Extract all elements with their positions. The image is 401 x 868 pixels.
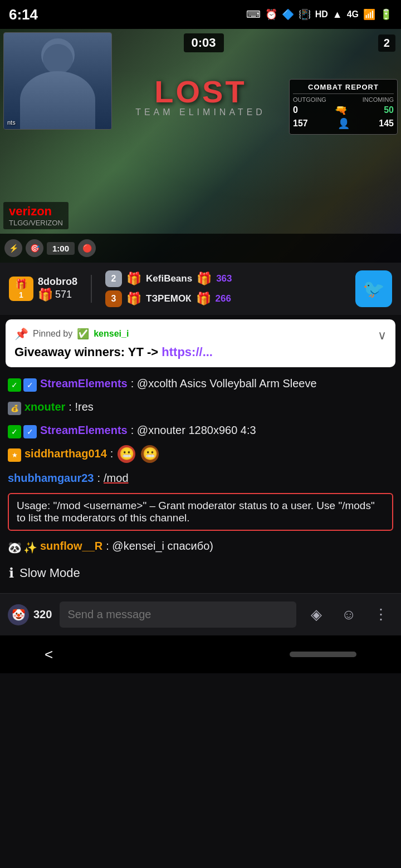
combat-row-2: 157 👤 145 bbox=[293, 117, 394, 130]
game-timer: 0:03 bbox=[184, 33, 224, 52]
diamond-button[interactable]: ◈ bbox=[304, 603, 329, 627]
emoji-icon: ☺ bbox=[341, 606, 356, 623]
hud-bottom-bar: ⚡ 🎯 1:00 🔴 bbox=[0, 234, 401, 263]
leaderboard: 🎁 1 8dobro8 🎁 571 2 🎁 KefiBeans 🎁 363 bbox=[0, 263, 401, 315]
message-input[interactable] bbox=[60, 601, 296, 628]
usage-text: Usage: "/mod <username>" – Grant moderat… bbox=[17, 500, 375, 524]
chevron-down-icon[interactable]: ∨ bbox=[378, 328, 387, 343]
chat-message-4: ★ siddharthag014 : 😬 😬 bbox=[0, 442, 401, 466]
chat-message-1: ✓ ✓ StreamElements : @xcolth Asics Volle… bbox=[0, 372, 401, 395]
hud-icon-1: ⚡ bbox=[4, 239, 22, 257]
usage-message: Usage: "/mod <username>" – Grant moderat… bbox=[8, 493, 393, 531]
emote-2: 😬 bbox=[141, 445, 159, 463]
username-shubhamgaur23: shubhamgaur23 bbox=[8, 470, 94, 486]
lb-entry-2: 2 🎁 KefiBeans 🎁 363 bbox=[105, 270, 232, 287]
emoji-button[interactable]: ☺ bbox=[336, 603, 361, 627]
signal-bars-icon: 📶 bbox=[363, 8, 375, 21]
hud-timer-bottom: 1:00 bbox=[47, 242, 75, 255]
lb-gift-2: 🎁 bbox=[126, 272, 141, 286]
battery-icon: 🔋 bbox=[380, 8, 392, 21]
lb-entry-3: 3 🎁 ТЗРЕМОК 🎁 266 bbox=[105, 290, 232, 307]
slow-mode-notice: ℹ Slow Mode bbox=[0, 558, 401, 589]
keyboard-icon: ⌨ bbox=[246, 8, 261, 21]
more-icon: ⋮ bbox=[374, 606, 388, 623]
username-siddharthag014: siddharthag014 bbox=[25, 445, 107, 462]
webcam-logo: nts bbox=[7, 119, 16, 126]
chat-input-bar: 🤡 320 ◈ ☺ ⋮ bbox=[0, 593, 401, 635]
badges-2: 💰 bbox=[8, 400, 21, 415]
status-time: 6:14 bbox=[9, 6, 38, 23]
chat-message-2: 💰 xnouter : !res bbox=[0, 395, 401, 418]
alarm-icon: ⏰ bbox=[265, 8, 277, 21]
lb-rank-3: 3 bbox=[105, 290, 122, 307]
hud-icon-2: 🎯 bbox=[26, 239, 43, 257]
chat-message-5: shubhamgaur23 : /mod bbox=[0, 466, 401, 490]
emote-1: 😬 bbox=[118, 445, 135, 463]
info-icon: ℹ bbox=[9, 565, 14, 581]
chat-message-3: ✓ ✓ StreamElements : @xnouter 1280x960 4… bbox=[0, 418, 401, 442]
bits-badge-4: ★ bbox=[8, 448, 21, 462]
lb-gift-3: 🎁 bbox=[126, 292, 141, 306]
lost-sub-text: TEAM ELIMINATED bbox=[135, 107, 266, 117]
signal-icon: ▲ bbox=[332, 9, 343, 21]
pinned-header: 📌 Pinned by ✅ kensei_i bbox=[14, 327, 372, 341]
pinned-message[interactable]: 📌 Pinned by ✅ kensei_i Giveaway winners:… bbox=[6, 319, 395, 367]
chat-user-info: 🤡 320 bbox=[8, 604, 52, 625]
hud-icon-3: 🔴 bbox=[78, 239, 96, 257]
back-button[interactable]: < bbox=[45, 646, 53, 663]
pinned-mod-icon: ✅ bbox=[77, 328, 89, 340]
lb-name-1: 8dobro8 🎁 571 bbox=[38, 276, 77, 302]
chat-area: ✓ ✓ StreamElements : @xcolth Asics Volle… bbox=[0, 372, 401, 593]
nav-bar: < bbox=[0, 635, 401, 673]
pinned-link[interactable]: https://... bbox=[162, 345, 213, 359]
verified-badge-1: ✓ bbox=[23, 378, 37, 392]
bluetooth-icon: 🔷 bbox=[282, 8, 294, 21]
combat-row-1: 0 🔫 50 bbox=[293, 104, 394, 116]
lb-entries: 🎁 1 8dobro8 🎁 571 2 🎁 KefiBeans 🎁 363 bbox=[9, 270, 232, 307]
hd-icon: HD bbox=[315, 9, 328, 19]
chat-text-3: : @xnouter 1280x960 4:3 bbox=[131, 422, 256, 438]
lb-divider bbox=[91, 275, 92, 303]
lb-rank-1: 🎁 1 bbox=[9, 277, 33, 301]
status-bar: 6:14 ⌨ ⏰ 🔷 📳 HD ▲ 4G 📶 🔋 bbox=[0, 0, 401, 29]
sponsor-name: verizon bbox=[9, 204, 63, 219]
chat-message-sunflow: 🐼 ✨ sunflow__R : @kensei_i спасибо) bbox=[0, 534, 401, 558]
star-badge: ✨ bbox=[23, 541, 37, 554]
username-streamelements-1: StreamElements bbox=[40, 375, 128, 392]
lb-rank-2: 2 bbox=[105, 270, 122, 287]
sub-badge-2: 💰 bbox=[8, 402, 21, 415]
pin-icon: 📌 bbox=[14, 327, 28, 341]
more-options-button[interactable]: ⋮ bbox=[369, 603, 393, 627]
chat-text-2: : !res bbox=[69, 398, 93, 415]
mod-badge-3: ✓ bbox=[8, 425, 21, 438]
mod-badge-1: ✓ bbox=[8, 378, 21, 392]
username-streamelements-2: StreamElements bbox=[40, 422, 128, 438]
lost-text: LOST bbox=[135, 73, 266, 110]
twitter-button[interactable]: 🐦 bbox=[355, 270, 392, 307]
network-icon: 4G bbox=[347, 9, 359, 19]
combat-title: COMBAT REPORT bbox=[293, 83, 394, 94]
lb-gift-1: 🎁 bbox=[38, 288, 53, 302]
chat-text-4: : bbox=[110, 445, 114, 462]
status-icons: ⌨ ⏰ 🔷 📳 HD ▲ 4G 📶 🔋 bbox=[246, 8, 392, 21]
back-icon: < bbox=[45, 646, 53, 663]
chat-text-sunflow: : @kensei_i спасибо) bbox=[106, 537, 213, 554]
chat-text-5: : bbox=[97, 470, 100, 486]
vibrate-icon: 📳 bbox=[299, 8, 311, 21]
verified-badge-3: ✓ bbox=[23, 425, 37, 438]
badges-4: ★ bbox=[8, 447, 21, 462]
lb-entries-2-3: 2 🎁 KefiBeans 🎁 363 3 🎁 ТЗРЕМОК 🎁 266 bbox=[105, 270, 232, 307]
user-avatar: 🤡 bbox=[8, 604, 29, 625]
lost-banner: LOST TEAM ELIMINATED bbox=[135, 73, 266, 117]
badges-sunflow: 🐼 ✨ bbox=[8, 539, 37, 554]
lb-entry-1: 🎁 1 8dobro8 🎁 571 bbox=[9, 276, 77, 302]
sponsor-sub: TLGG/VERIZON bbox=[9, 219, 63, 227]
panda-badge: 🐼 bbox=[8, 541, 21, 554]
video-player[interactable]: 12 0:03 2 nts LOST TEAM ELIMINATED veriz… bbox=[0, 29, 401, 263]
pinned-text: Giveaway winners: YT -> https://... bbox=[14, 345, 372, 359]
mod-command: /mod bbox=[104, 470, 128, 486]
chat-text-1: : @xcolth Asics Volleyball Arm Sleeve bbox=[131, 375, 317, 392]
combat-report: COMBAT REPORT OUTGOING INCOMING 0 🔫 50 1… bbox=[289, 79, 398, 135]
pinned-content: 📌 Pinned by ✅ kensei_i Giveaway winners:… bbox=[14, 327, 372, 359]
score-right: 2 bbox=[378, 34, 395, 52]
